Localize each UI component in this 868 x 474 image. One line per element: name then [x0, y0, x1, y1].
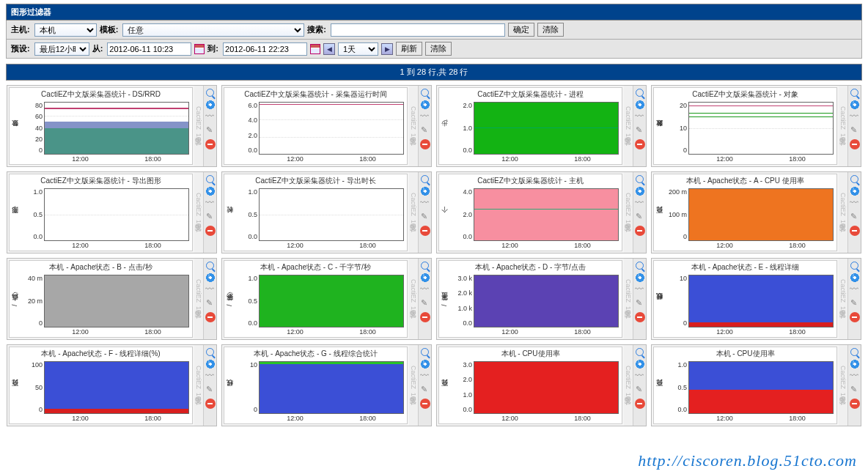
zoom-icon[interactable]	[421, 89, 429, 97]
edit-icon[interactable]	[420, 299, 430, 309]
zoom-icon[interactable]	[850, 175, 858, 183]
download-csv-icon[interactable]	[850, 186, 860, 196]
download-csv-icon[interactable]	[850, 359, 860, 369]
download-csv-icon[interactable]	[635, 100, 645, 110]
host-select[interactable]: 本机	[34, 23, 97, 37]
download-csv-icon[interactable]	[850, 273, 860, 283]
edit-icon[interactable]	[205, 299, 216, 309]
to-input[interactable]	[223, 42, 307, 56]
zoom-icon[interactable]	[636, 89, 644, 97]
zoom-icon[interactable]	[206, 175, 214, 183]
stop-icon[interactable]	[635, 226, 645, 236]
download-csv-icon[interactable]	[205, 359, 216, 369]
download-csv-icon[interactable]	[205, 100, 216, 110]
realtime-icon[interactable]	[205, 113, 216, 123]
chart-plot[interactable]	[688, 188, 834, 241]
download-csv-icon[interactable]	[420, 186, 430, 196]
calendar-from-icon[interactable]	[194, 44, 205, 54]
preset-select[interactable]: 最后12小时	[34, 42, 89, 56]
ok-button[interactable]: 确定	[508, 23, 534, 37]
realtime-icon[interactable]	[420, 113, 430, 123]
chart-plot[interactable]	[474, 275, 619, 327]
edit-icon[interactable]	[420, 126, 430, 136]
edit-icon[interactable]	[635, 126, 645, 136]
edit-icon[interactable]	[205, 212, 216, 223]
chart-plot[interactable]	[259, 188, 404, 241]
stop-icon[interactable]	[420, 139, 430, 149]
chart-plot[interactable]	[44, 188, 189, 241]
step-select[interactable]: 1天	[338, 42, 378, 56]
edit-icon[interactable]	[420, 385, 430, 396]
stop-icon[interactable]	[850, 226, 860, 236]
realtime-icon[interactable]	[850, 286, 860, 296]
download-csv-icon[interactable]	[205, 186, 216, 196]
realtime-icon[interactable]	[635, 113, 645, 123]
realtime-icon[interactable]	[635, 372, 645, 382]
chart-plot[interactable]	[44, 275, 189, 327]
download-csv-icon[interactable]	[635, 359, 645, 369]
download-csv-icon[interactable]	[420, 100, 430, 110]
zoom-icon[interactable]	[636, 262, 644, 270]
stop-icon[interactable]	[420, 399, 430, 409]
zoom-icon[interactable]	[636, 175, 644, 183]
download-csv-icon[interactable]	[850, 100, 860, 110]
zoom-icon[interactable]	[206, 89, 214, 97]
download-csv-icon[interactable]	[420, 273, 430, 283]
from-input[interactable]	[107, 42, 191, 56]
chart-plot[interactable]	[474, 188, 619, 241]
shift-right-button[interactable]: ▶	[381, 43, 393, 55]
template-select[interactable]: 任意	[122, 23, 304, 37]
chart-plot[interactable]	[688, 275, 834, 327]
download-csv-icon[interactable]	[635, 186, 645, 196]
calendar-to-icon[interactable]	[310, 44, 320, 54]
chart-plot[interactable]	[259, 361, 404, 414]
realtime-icon[interactable]	[850, 372, 860, 382]
realtime-icon[interactable]	[420, 372, 430, 382]
chart-plot[interactable]	[688, 361, 834, 414]
shift-left-button[interactable]: ◀	[323, 43, 335, 55]
edit-icon[interactable]	[420, 212, 430, 223]
realtime-icon[interactable]	[420, 286, 430, 296]
edit-icon[interactable]	[205, 126, 216, 136]
chart-plot[interactable]	[44, 361, 189, 414]
chart-plot[interactable]	[688, 102, 834, 155]
realtime-icon[interactable]	[420, 199, 430, 210]
stop-icon[interactable]	[205, 312, 216, 322]
zoom-icon[interactable]	[636, 348, 644, 356]
edit-icon[interactable]	[850, 385, 860, 396]
zoom-icon[interactable]	[421, 262, 429, 270]
realtime-icon[interactable]	[205, 372, 216, 382]
chart-plot[interactable]	[259, 102, 404, 155]
chart-plot[interactable]	[44, 102, 189, 155]
edit-icon[interactable]	[850, 299, 860, 309]
stop-icon[interactable]	[850, 399, 860, 409]
stop-icon[interactable]	[205, 399, 216, 409]
realtime-icon[interactable]	[635, 199, 645, 210]
realtime-icon[interactable]	[205, 286, 216, 296]
chart-plot[interactable]	[474, 361, 619, 414]
stop-icon[interactable]	[420, 312, 430, 322]
edit-icon[interactable]	[635, 299, 645, 309]
zoom-icon[interactable]	[206, 348, 214, 356]
realtime-icon[interactable]	[850, 113, 860, 123]
chart-plot[interactable]	[474, 102, 619, 155]
edit-icon[interactable]	[635, 385, 645, 396]
stop-icon[interactable]	[205, 226, 216, 236]
zoom-icon[interactable]	[850, 262, 858, 270]
zoom-icon[interactable]	[206, 262, 214, 270]
edit-icon[interactable]	[205, 385, 216, 396]
realtime-icon[interactable]	[850, 199, 860, 210]
clear2-button[interactable]: 清除	[425, 42, 452, 56]
stop-icon[interactable]	[205, 139, 216, 149]
realtime-icon[interactable]	[635, 286, 645, 296]
stop-icon[interactable]	[635, 139, 645, 149]
zoom-icon[interactable]	[850, 348, 858, 356]
download-csv-icon[interactable]	[635, 273, 645, 283]
stop-icon[interactable]	[420, 226, 430, 236]
edit-icon[interactable]	[635, 212, 645, 223]
zoom-icon[interactable]	[850, 89, 858, 97]
stop-icon[interactable]	[635, 312, 645, 322]
search-input[interactable]	[331, 23, 505, 37]
stop-icon[interactable]	[635, 399, 645, 409]
refresh-button[interactable]: 刷新	[396, 42, 422, 56]
